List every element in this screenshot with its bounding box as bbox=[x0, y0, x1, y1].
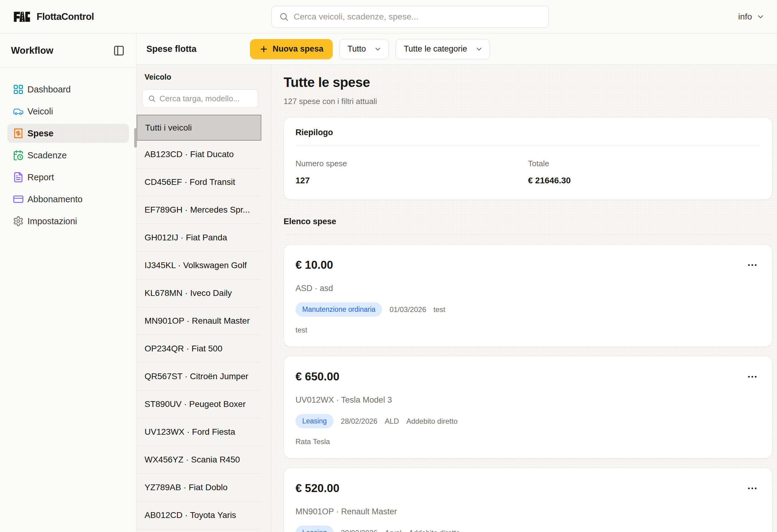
vehicle-list-item[interactable]: CD456EF · Ford Transit bbox=[137, 169, 261, 196]
plus-icon bbox=[259, 44, 268, 54]
sidebar-item-label: Spese bbox=[27, 128, 53, 138]
expense-payment-method: Addebito diretto bbox=[409, 529, 460, 532]
credit-card-icon bbox=[13, 194, 24, 205]
expense-date: 01/03/2026 bbox=[390, 305, 426, 314]
expense-subtitle: UV012WX · Tesla Model 3 bbox=[296, 395, 760, 405]
expense-date: 28/02/2026 bbox=[341, 417, 377, 426]
divider bbox=[284, 234, 772, 235]
brand-name: FlottaControl bbox=[36, 11, 94, 22]
panel-left-icon bbox=[113, 45, 125, 57]
summary-title: Riepilogo bbox=[296, 128, 761, 137]
sidebar-nav: Dashboard Veicoli bbox=[0, 68, 136, 231]
category-filter-select[interactable]: Tutte le categorie bbox=[396, 39, 490, 59]
vehicle-list-item[interactable]: IJ345KL · Volkswagen Golf bbox=[137, 252, 261, 280]
expense-menu-button[interactable] bbox=[745, 369, 760, 384]
vehicle-list-item[interactable]: ST890UV · Peugeot Boxer bbox=[137, 391, 261, 418]
vehicle-list-item[interactable]: GH012IJ · Fiat Panda bbox=[137, 224, 261, 252]
layout-grid-icon bbox=[13, 84, 24, 95]
expense-menu-button[interactable] bbox=[745, 257, 760, 273]
divider bbox=[296, 146, 761, 146]
vehicle-list-item[interactable]: AB123CD · Fiat Ducato bbox=[137, 141, 261, 169]
vehicle-list-item[interactable]: WX456YZ · Scania R450 bbox=[137, 446, 261, 474]
summary-total-label: Totale bbox=[528, 159, 761, 169]
category-badge: Manutenzione ordinaria bbox=[296, 302, 382, 317]
sidebar-item-label: Veicoli bbox=[27, 106, 53, 116]
category-badge: Leasing bbox=[296, 526, 334, 532]
expense-subtitle: ASD · asd bbox=[296, 284, 760, 293]
expense-card: € 10.00 ASD · asd Manutenzione ordinaria… bbox=[284, 244, 772, 347]
user-menu[interactable]: info bbox=[738, 12, 765, 22]
vehicle-list-item[interactable]: AB012CD · Toyota Yaris bbox=[137, 502, 261, 529]
sidebar-collapse-button[interactable] bbox=[113, 45, 125, 57]
expense-payment-method: Addebito diretto bbox=[406, 417, 457, 426]
ellipsis-icon bbox=[747, 371, 758, 383]
vehicle-list-item[interactable]: EF789GH · Mercedes Spr... bbox=[137, 196, 261, 224]
expense-vendor: test bbox=[434, 305, 446, 314]
page-title: Spese flotta bbox=[146, 44, 250, 54]
vehicle-filter-panel: Veicolo Tutti i veicoli AB123CD · Fiat D… bbox=[137, 65, 271, 532]
all-vehicles-item[interactable]: Tutti i veicoli bbox=[137, 115, 261, 141]
sidebar-item-label: Dashboard bbox=[27, 85, 71, 95]
search-icon bbox=[148, 95, 156, 103]
ellipsis-icon bbox=[747, 259, 758, 271]
vehicle-list: AB123CD · Fiat Ducato CD456EF · Ford Tra… bbox=[137, 141, 261, 529]
vehicle-list-item[interactable]: MN901OP · Renault Master bbox=[137, 307, 261, 335]
expense-vendor: ALD bbox=[385, 417, 399, 426]
expense-description: test bbox=[296, 326, 760, 334]
vehicle-list-item[interactable]: UV123WX · Ford Fiesta bbox=[137, 418, 261, 446]
sidebar-item-scadenze[interactable]: Scadenze bbox=[7, 146, 129, 165]
expense-subtitle: MN901OP · Renault Master bbox=[296, 507, 760, 516]
summary-count-value: 127 bbox=[296, 176, 528, 186]
expense-description: Rata Tesla bbox=[296, 437, 760, 446]
page-toolbar: Spese flotta Nuova spesa Tutto Tutte le … bbox=[137, 33, 777, 65]
ellipsis-icon bbox=[747, 483, 758, 494]
new-expense-button[interactable]: Nuova spesa bbox=[250, 39, 333, 59]
chevron-down-icon bbox=[374, 45, 382, 53]
search-icon bbox=[279, 12, 289, 22]
gear-icon bbox=[13, 216, 24, 227]
global-search[interactable] bbox=[271, 6, 549, 28]
expense-list: € 10.00 ASD · asd Manutenzione ordinaria… bbox=[284, 244, 772, 532]
vehicle-filter-select[interactable]: Tutto bbox=[339, 39, 389, 59]
summary-card: Riepilogo Numero spese 127 Totale € 2164… bbox=[284, 117, 772, 200]
receipt-icon bbox=[13, 128, 24, 139]
vehicle-list-item[interactable]: QR567ST · Citroën Jumper bbox=[137, 363, 261, 391]
vehicle-list-item[interactable]: KL678MN · Iveco Daily bbox=[137, 280, 261, 307]
expense-card: € 650.00 UV012WX · Tesla Model 3 Leasing… bbox=[284, 356, 772, 458]
global-search-input[interactable] bbox=[294, 12, 541, 22]
vehicle-search-input[interactable] bbox=[159, 94, 252, 103]
sidebar-item-veicoli[interactable]: Veicoli bbox=[7, 102, 129, 121]
sidebar-item-dashboard[interactable]: Dashboard bbox=[7, 80, 129, 99]
file-text-icon bbox=[13, 172, 24, 183]
sidebar-title: Workflow bbox=[11, 45, 53, 56]
calendar-clock-icon bbox=[13, 150, 24, 161]
expense-amount: € 520.00 bbox=[296, 482, 339, 495]
scrollbar-thumb[interactable] bbox=[134, 128, 137, 148]
expense-date: 28/02/2026 bbox=[341, 529, 377, 532]
sidebar-item-label: Impostazioni bbox=[27, 216, 77, 226]
sidebar-item-spese[interactable]: Spese bbox=[7, 124, 129, 143]
user-menu-label: info bbox=[738, 12, 752, 22]
section-title: Tutte le spese bbox=[284, 75, 772, 90]
summary-count-label: Numero spese bbox=[296, 159, 528, 169]
sidebar-item-abbonamento[interactable]: Abbonamento bbox=[7, 190, 129, 209]
vehicle-search[interactable] bbox=[142, 89, 258, 108]
sidebar-item-impostazioni[interactable]: Impostazioni bbox=[7, 212, 129, 231]
top-header: FlottaControl info bbox=[0, 0, 777, 33]
vehicle-panel-label: Veicolo bbox=[144, 73, 271, 82]
vehicle-list-item[interactable]: OP234QR · Fiat 500 bbox=[137, 335, 261, 363]
summary-total-value: € 21646.30 bbox=[528, 176, 761, 186]
expense-menu-button[interactable] bbox=[745, 481, 760, 496]
sidebar-item-label: Scadenze bbox=[27, 150, 67, 161]
sidebar-item-report[interactable]: Report bbox=[7, 168, 129, 187]
chevron-down-icon bbox=[756, 12, 765, 21]
main-sidebar: Workflow Dashboard bbox=[0, 33, 137, 532]
category-badge: Leasing bbox=[296, 414, 334, 428]
expense-list-title: Elenco spese bbox=[284, 217, 772, 226]
expense-amount: € 650.00 bbox=[296, 370, 339, 383]
chevron-down-icon bbox=[475, 45, 483, 53]
expense-amount: € 10.00 bbox=[296, 259, 333, 272]
expenses-main: Tutte le spese 127 spese con i filtri at… bbox=[271, 65, 777, 532]
vehicle-list-item[interactable]: YZ789AB · Fiat Doblo bbox=[137, 474, 261, 502]
expense-vendor: Arval bbox=[385, 529, 402, 532]
